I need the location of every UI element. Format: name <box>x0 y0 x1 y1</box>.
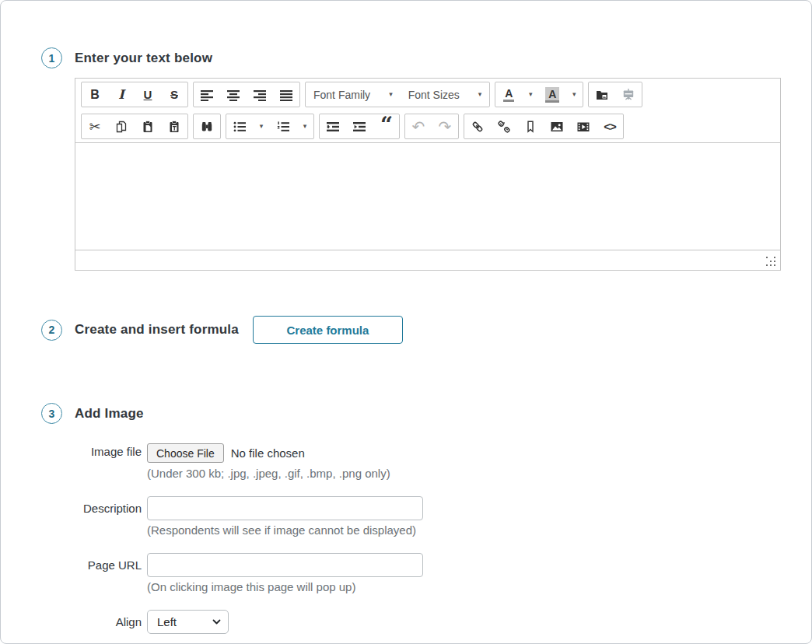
indent-icon <box>353 121 366 133</box>
insert-link-button[interactable] <box>464 114 491 138</box>
binoculars-icon <box>201 121 213 133</box>
editor-content-area[interactable] <box>75 142 780 250</box>
align-field: Align Left <box>41 610 780 634</box>
description-input[interactable] <box>147 496 423 520</box>
media-library-group <box>588 82 642 107</box>
cut-scissors-icon: ✂ <box>89 120 100 134</box>
insert-group: <> <box>464 114 624 139</box>
source-code-button[interactable]: <> <box>597 114 623 138</box>
align-left-button[interactable] <box>194 82 220 107</box>
numbered-list-icon <box>277 121 289 133</box>
page-url-hint: (On clicking image this page will pop up… <box>147 580 780 593</box>
strikethrough-button[interactable]: S <box>161 82 187 107</box>
align-label: Align <box>41 610 147 634</box>
copy-button[interactable] <box>108 114 135 138</box>
preview-icon <box>622 89 635 101</box>
align-center-icon <box>227 89 240 101</box>
undo-button[interactable]: ↶ <box>405 114 432 138</box>
create-formula-button[interactable]: Create formula <box>253 316 403 344</box>
step-3-number: 3 <box>49 408 55 420</box>
step-2-number: 2 <box>49 324 55 336</box>
file-status-text: No file chosen <box>231 446 305 460</box>
redo-button[interactable]: ↷ <box>432 114 458 138</box>
numbered-list-button[interactable] <box>270 114 296 138</box>
toolbar-row-1: B I U S <box>75 79 780 110</box>
find-replace-button[interactable] <box>194 114 220 138</box>
background-color-button[interactable]: A <box>539 82 565 107</box>
section-3: 3 Add Image Image file Choose File No fi… <box>41 403 780 634</box>
font-sizes-dropdown[interactable]: Font Sizes ▾ <box>401 82 490 107</box>
background-color-caret-button[interactable]: ▾ <box>565 82 583 107</box>
step-1-badge: 1 <box>41 47 62 68</box>
bullet-list-caret-button[interactable]: ▾ <box>253 114 270 138</box>
section-3-header: 3 Add Image <box>41 403 780 424</box>
history-group: ↶ ↷ <box>404 114 459 139</box>
question-editor-panel: 1 Enter your text below B I U S <box>0 0 812 644</box>
cut-button[interactable]: ✂ <box>82 114 108 138</box>
align-justify-icon <box>280 89 292 101</box>
editor-status-bar <box>75 250 780 270</box>
italic-icon: I <box>118 87 124 102</box>
insert-image-button[interactable] <box>544 114 570 138</box>
text-color-caret-button[interactable]: ▾ <box>522 82 539 107</box>
italic-button[interactable]: I <box>108 82 135 107</box>
page-url-label: Page URL <box>41 553 147 593</box>
decrease-indent-button[interactable] <box>320 114 346 138</box>
preview-button[interactable] <box>615 82 642 107</box>
description-hint: (Respondents will see if image cannot be… <box>147 523 780 537</box>
section-3-title: Add Image <box>75 406 144 422</box>
remove-link-button[interactable] <box>491 114 517 138</box>
increase-indent-button[interactable] <box>346 114 373 138</box>
chevron-down-icon: ▾ <box>389 91 393 98</box>
chevron-down-icon: ▾ <box>529 91 533 98</box>
font-group: Font Family ▾ Font Sizes ▾ <box>305 82 490 107</box>
section-2-title: Create and insert formula <box>75 322 239 338</box>
image-file-label: Image file <box>41 441 147 480</box>
step-1-number: 1 <box>49 52 55 65</box>
redo-icon: ↷ <box>439 119 452 135</box>
bookmark-anchor-icon <box>524 121 537 133</box>
code-icon: <> <box>604 120 616 133</box>
section-1-title: Enter your text below <box>75 51 212 66</box>
image-library-icon <box>596 89 608 101</box>
insert-media-button[interactable] <box>570 114 597 138</box>
toolbar-row-2: ✂ <box>75 110 780 142</box>
page-url-input[interactable] <box>147 553 423 577</box>
insert-image-library-button[interactable] <box>589 82 615 107</box>
outdent-icon <box>327 121 339 133</box>
align-justify-button[interactable] <box>273 82 299 107</box>
bold-button[interactable]: B <box>82 82 108 107</box>
resize-grip[interactable] <box>766 257 775 266</box>
choose-file-button[interactable]: Choose File <box>147 443 224 463</box>
color-group: A ▾ A ▾ <box>495 82 583 107</box>
align-center-button[interactable] <box>220 82 247 107</box>
search-group <box>193 114 221 139</box>
align-select[interactable]: Left <box>147 610 229 634</box>
link-icon <box>471 121 484 133</box>
font-family-dropdown[interactable]: Font Family ▾ <box>306 82 401 107</box>
description-label: Description <box>41 496 147 537</box>
media-icon <box>577 121 590 133</box>
text-color-button[interactable]: A <box>495 82 522 107</box>
bullet-list-button[interactable] <box>226 114 253 138</box>
numbered-list-caret-button[interactable]: ▾ <box>296 114 313 138</box>
section-2-header: 2 Create and insert formula Create formu… <box>41 316 780 344</box>
clipboard-group: ✂ <box>81 114 188 139</box>
rich-text-editor: B I U S <box>75 78 781 271</box>
paste-as-text-button[interactable] <box>161 114 187 138</box>
chevron-down-icon: ▾ <box>572 91 576 98</box>
anchor-button[interactable] <box>517 114 544 138</box>
blockquote-button[interactable]: “ <box>373 114 399 138</box>
align-left-icon <box>201 89 213 101</box>
align-right-button[interactable] <box>247 82 273 107</box>
step-3-badge: 3 <box>41 403 62 424</box>
font-sizes-label: Font Sizes <box>408 89 460 101</box>
page-url-field: Page URL (On clicking image this page wi… <box>41 553 780 593</box>
bullet-list-icon <box>233 121 246 133</box>
copy-icon <box>115 121 128 133</box>
step-2-badge: 2 <box>41 320 62 341</box>
underline-button[interactable]: U <box>135 82 161 107</box>
paste-button[interactable] <box>135 114 161 138</box>
paste-text-icon <box>168 121 180 133</box>
bold-icon: B <box>90 88 100 102</box>
